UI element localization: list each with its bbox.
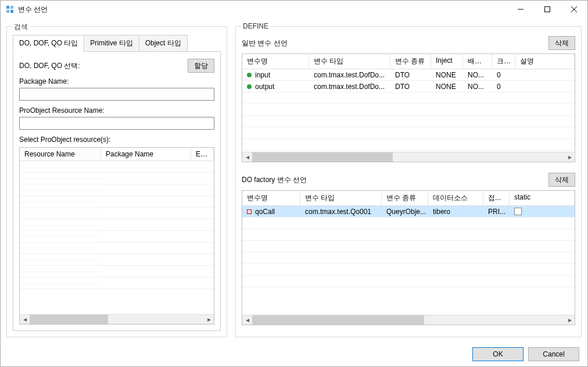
table-row[interactable] <box>242 241 575 252</box>
cancel-button[interactable]: Cancel <box>528 347 579 361</box>
table-row[interactable] <box>242 229 575 241</box>
package-name-header[interactable]: Package Name <box>101 148 191 161</box>
table-row[interactable] <box>20 161 214 173</box>
table-row[interactable] <box>20 277 214 289</box>
table-row[interactable] <box>242 92 575 104</box>
factory-delete-button[interactable]: 삭제 <box>548 173 575 187</box>
table-row[interactable] <box>242 264 575 276</box>
search-panel: 검색 DO, DOF, QO 타입 Primitive 타입 Object 타입… <box>6 23 227 337</box>
scroll-left-icon[interactable]: ◂ <box>242 152 252 162</box>
general-scrollbar[interactable]: ◂ ▸ <box>242 152 575 162</box>
svg-rect-0 <box>6 6 9 9</box>
svg-rect-2 <box>6 10 9 13</box>
fac-header-datasource[interactable]: 데이터소스 <box>428 191 483 205</box>
titlebar-controls <box>507 1 587 18</box>
scroll-left-icon[interactable]: ◂ <box>242 315 252 325</box>
scroll-right-icon[interactable]: ▸ <box>204 315 214 325</box>
select-resources-label: Select ProObject resource(s): <box>19 136 214 144</box>
package-name-input[interactable] <box>19 88 214 101</box>
tab-object[interactable]: Object 타입 <box>139 35 188 51</box>
scroll-left-icon[interactable]: ◂ <box>20 315 30 325</box>
resource-scrollbar[interactable]: ◂ ▸ <box>20 314 214 324</box>
table-row[interactable] <box>242 139 575 151</box>
table-row[interactable] <box>20 231 214 243</box>
dto-icon <box>247 84 252 89</box>
content-area: 검색 DO, DOF, QO 타입 Primitive 타입 Object 타입… <box>1 18 587 342</box>
fac-header-type[interactable]: 변수 타입 <box>300 191 382 205</box>
define-panel: DEFINE 일반 변수 선언 삭제 변수명 변수 타입 변수 종류 Injec… <box>235 23 582 337</box>
tab-content: DO, DOF, QO 선택: 할당 Package Name: ProObje… <box>13 52 221 331</box>
dialog-window: 변수 선언 검색 DO, DOF, QO 타입 Primitive 타입 Obj… <box>0 0 588 367</box>
factory-table[interactable]: 변수명 변수 타입 변수 종류 데이터소스 접... static qoCall… <box>242 190 575 325</box>
table-row[interactable] <box>20 243 214 254</box>
fac-header-kind[interactable]: 변수 종류 <box>382 191 428 205</box>
table-row[interactable] <box>20 184 214 196</box>
fac-header-static[interactable]: static <box>510 191 575 205</box>
exter-header[interactable]: Exter <box>191 148 214 161</box>
define-group-title: DEFINE <box>241 22 271 30</box>
table-row[interactable] <box>20 173 214 184</box>
ok-button[interactable]: OK <box>472 347 524 361</box>
gen-header-name[interactable]: 변수명 <box>242 54 309 69</box>
fac-header-name[interactable]: 변수명 <box>242 191 300 205</box>
scroll-right-icon[interactable]: ▸ <box>565 152 575 162</box>
table-row[interactable]: output com.tmax.test.DofDo... DTO NONE N… <box>242 81 575 92</box>
search-group: 검색 DO, DOF, QO 타입 Primitive 타입 Object 타입… <box>6 26 227 337</box>
table-row[interactable] <box>20 219 214 231</box>
tab-primitive[interactable]: Primitive 타입 <box>84 35 139 51</box>
table-row[interactable] <box>20 196 214 208</box>
table-row[interactable]: input com.tmax.test.DofDo... DTO NONE NO… <box>242 69 575 81</box>
minimize-button[interactable] <box>507 1 534 18</box>
gen-header-kind[interactable]: 변수 종류 <box>390 54 431 69</box>
table-row[interactable] <box>242 252 575 264</box>
table-row[interactable] <box>242 104 575 116</box>
fac-header-access[interactable]: 접... <box>483 191 510 205</box>
dto-icon <box>247 73 252 77</box>
select-label: DO, DOF, QO 선택: <box>19 61 188 71</box>
table-row[interactable] <box>242 127 575 139</box>
general-table[interactable]: 변수명 변수 타입 변수 종류 Inject 배열... 크기 설명 input… <box>242 54 575 162</box>
static-checkbox[interactable] <box>514 208 522 215</box>
tab-do-dof-qo[interactable]: DO, DOF, QO 타입 <box>13 35 84 52</box>
scroll-right-icon[interactable]: ▸ <box>565 315 575 325</box>
package-name-label: Package Name: <box>19 77 214 85</box>
assign-button[interactable]: 할당 <box>188 59 214 73</box>
resource-table-body <box>20 161 214 314</box>
factory-section-title: DO factory 변수 선언 <box>242 175 548 185</box>
table-row[interactable] <box>20 208 214 219</box>
gen-header-type[interactable]: 변수 타입 <box>309 54 390 69</box>
general-delete-button[interactable]: 삭제 <box>548 36 575 50</box>
resource-name-input[interactable] <box>19 117 214 130</box>
resource-name-header[interactable]: Resource Name <box>20 148 101 161</box>
define-group: DEFINE 일반 변수 선언 삭제 변수명 변수 타입 변수 종류 Injec… <box>235 26 582 337</box>
table-row[interactable] <box>20 254 214 266</box>
table-row[interactable]: qoCall com.tmax.test.Qo001 QueyrObje... … <box>242 206 575 218</box>
maximize-button[interactable] <box>534 1 561 18</box>
factory-scrollbar[interactable]: ◂ ▸ <box>242 315 575 325</box>
table-row[interactable] <box>242 116 575 127</box>
svg-rect-5 <box>545 7 550 12</box>
table-row[interactable] <box>20 266 214 277</box>
app-icon <box>5 5 15 14</box>
table-row[interactable] <box>242 218 575 229</box>
titlebar: 변수 선언 <box>1 1 587 18</box>
dialog-footer: OK Cancel <box>1 342 587 366</box>
svg-rect-1 <box>10 6 13 9</box>
qo-icon <box>247 209 252 214</box>
gen-header-desc[interactable]: 설명 <box>515 54 575 69</box>
titlebar-text: 변수 선언 <box>18 5 507 15</box>
gen-header-inject[interactable]: Inject <box>431 54 463 69</box>
svg-rect-3 <box>10 10 13 13</box>
general-section-title: 일반 변수 선언 <box>242 38 548 48</box>
resource-table[interactable]: Resource Name Package Name Exter <box>19 147 214 325</box>
resource-name-label: ProObject Resource Name: <box>19 106 214 115</box>
type-tabs: DO, DOF, QO 타입 Primitive 타입 Object 타입 <box>13 35 221 52</box>
gen-header-array[interactable]: 배열... <box>463 54 492 69</box>
resource-table-header: Resource Name Package Name Exter <box>20 148 214 161</box>
close-button[interactable] <box>561 1 587 18</box>
gen-header-size[interactable]: 크기 <box>492 54 515 69</box>
search-group-title: 검색 <box>12 22 30 32</box>
table-row[interactable] <box>242 276 575 287</box>
